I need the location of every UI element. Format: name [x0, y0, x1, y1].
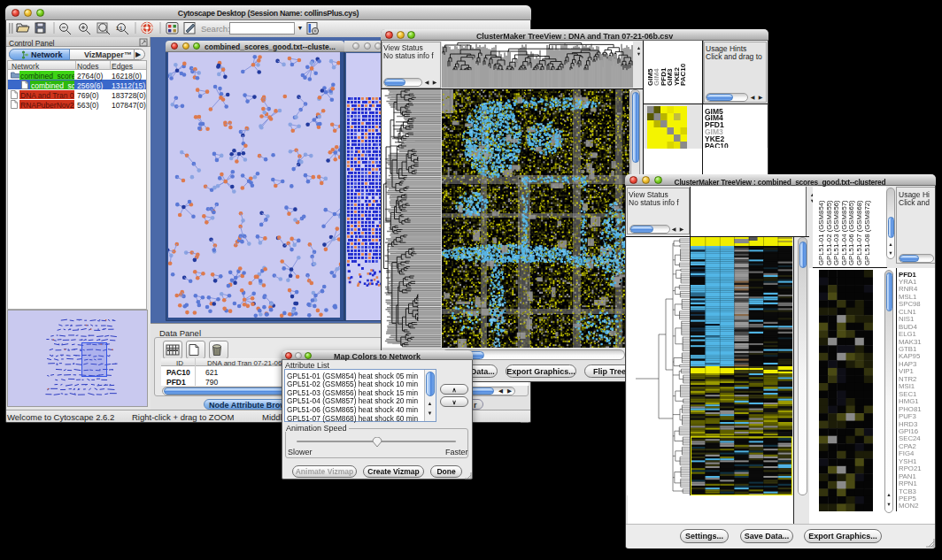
- svg-text:1:1: 1:1: [116, 26, 122, 31]
